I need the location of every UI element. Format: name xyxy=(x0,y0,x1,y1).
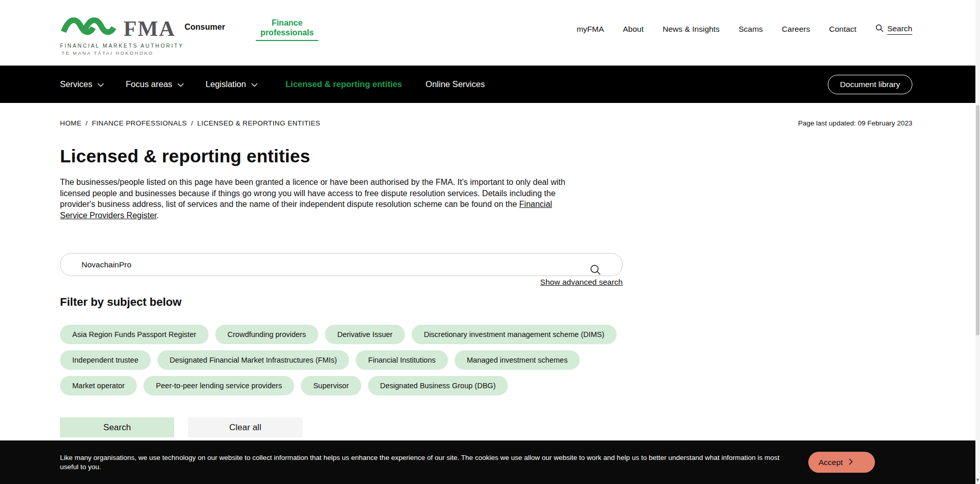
entity-search xyxy=(60,253,623,276)
accept-cookies-button[interactable]: Accept xyxy=(808,452,875,473)
document-library-button[interactable]: Document library xyxy=(828,75,912,94)
filter-pill-dbg[interactable]: Designated Business Group (DBG) xyxy=(368,376,508,395)
intro-period: . xyxy=(157,211,159,220)
utility-link-about[interactable]: About xyxy=(623,25,644,34)
page-last-updated: Page last updated: 09 February 2023 xyxy=(798,119,912,127)
filter-actions: Search Clear all xyxy=(60,417,912,437)
fma-maori-line: TE MANA TĀTAI HOKOHOKO xyxy=(60,51,155,56)
fma-waves-icon xyxy=(60,13,120,39)
nav-item-legislation[interactable]: Legislation xyxy=(206,79,258,89)
nav-item-online-services[interactable]: Online Services xyxy=(425,79,485,89)
entity-search-input[interactable] xyxy=(60,253,623,276)
intro-text: The businesses/people listed on this pag… xyxy=(60,178,565,208)
breadcrumb-home[interactable]: HOME xyxy=(60,119,81,127)
site-header: FMA FINANCIAL MARKETS AUTHORITY TE MANA … xyxy=(0,0,980,66)
breadcrumb-separator: / xyxy=(86,119,88,127)
filter-pill-derivative-issuer[interactable]: Derivative Issuer xyxy=(325,325,405,344)
nav-item-label: Services xyxy=(60,79,92,89)
filter-pill-financial-institutions[interactable]: Financial Institutions xyxy=(356,350,447,370)
intro-paragraph: The businesses/people listed on this pag… xyxy=(60,177,567,221)
audience-tabs: Consumer Finance professionals xyxy=(185,18,318,41)
header-search-toggle[interactable]: Search xyxy=(875,24,912,35)
utility-link-contact[interactable]: Contact xyxy=(829,25,856,34)
main-content: HOME / FINANCE PROFESSIONALS / LICENSED … xyxy=(0,119,980,437)
filter-pill-supervisor[interactable]: Supervisor xyxy=(301,376,361,395)
utility-link-careers[interactable]: Careers xyxy=(782,25,810,34)
nav-item-licensed-reporting-entities[interactable]: Licensed & reporting entities xyxy=(285,79,402,89)
show-advanced-search-link[interactable]: Show advanced search xyxy=(540,278,623,287)
filter-pill-fmis[interactable]: Designated Financial Market Infrastructu… xyxy=(157,350,349,370)
chevron-down-icon xyxy=(251,79,258,89)
fma-logo[interactable]: FMA FINANCIAL MARKETS AUTHORITY TE MANA … xyxy=(60,13,155,56)
filter-pill-market-operator[interactable]: Market operator xyxy=(60,376,137,395)
fma-name-line: FINANCIAL MARKETS AUTHORITY xyxy=(60,43,155,49)
breadcrumb: HOME / FINANCE PROFESSIONALS / LICENSED … xyxy=(60,119,320,127)
utility-nav: myFMA About News & Insights Scams Career… xyxy=(577,24,912,35)
cookie-message: Like many organisations, we use technolo… xyxy=(60,453,798,472)
nav-item-focus-areas[interactable]: Focus areas xyxy=(126,79,184,89)
header-search-label: Search xyxy=(887,24,912,35)
clear-all-button[interactable]: Clear all xyxy=(188,417,302,437)
tab-finance-professionals[interactable]: Finance professionals xyxy=(256,18,318,41)
filter-pills: Asia Region Funds Passport Register Crow… xyxy=(60,325,912,395)
scrollbar-down-arrow[interactable]: ▼ xyxy=(975,477,980,483)
scrollbar-thumb[interactable] xyxy=(976,105,979,335)
nav-item-label: Legislation xyxy=(206,79,246,89)
breadcrumb-current: LICENSED & REPORTING ENTITIES xyxy=(197,119,320,127)
filter-pill-managed-investment-schemes[interactable]: Managed investment schemes xyxy=(455,350,580,370)
utility-link-myfma[interactable]: myFMA xyxy=(577,25,604,34)
magnifier-icon[interactable] xyxy=(590,264,601,278)
filter-pill-asia-region-funds[interactable]: Asia Region Funds Passport Register xyxy=(60,325,209,344)
search-button[interactable]: Search xyxy=(60,417,174,437)
filter-pill-independent-trustee[interactable]: Independent trustee xyxy=(60,350,151,370)
breadcrumb-finance-professionals[interactable]: FINANCE PROFESSIONALS xyxy=(92,119,187,127)
tab-consumer[interactable]: Consumer xyxy=(185,18,225,32)
utility-link-scams[interactable]: Scams xyxy=(739,25,763,34)
filter-heading: Filter by subject below xyxy=(60,296,912,309)
filter-pill-peer-to-peer[interactable]: Peer-to-peer lending service providers xyxy=(144,376,294,395)
vertical-scrollbar[interactable]: ▼ xyxy=(975,0,980,484)
breadcrumb-separator: / xyxy=(191,119,193,127)
filter-pill-crowdfunding[interactable]: Crowdfunding providers xyxy=(215,325,318,344)
primary-nav: Services Focus areas Legislation License… xyxy=(0,66,980,103)
page-title: Licensed & reporting entities xyxy=(60,146,912,166)
filter-pill-dims[interactable]: Discretionary investment management sche… xyxy=(412,325,617,344)
accept-label: Accept xyxy=(819,458,843,467)
utility-link-news-insights[interactable]: News & Insights xyxy=(663,25,720,34)
fma-acronym: FMA xyxy=(124,18,176,39)
search-icon xyxy=(875,24,884,34)
chevron-down-icon xyxy=(177,79,184,89)
chevron-right-icon xyxy=(849,458,853,467)
chevron-down-icon xyxy=(97,79,104,89)
cookie-banner: Like many organisations, we use technolo… xyxy=(0,440,980,484)
nav-item-label: Focus areas xyxy=(126,79,172,89)
nav-item-services[interactable]: Services xyxy=(60,79,104,89)
